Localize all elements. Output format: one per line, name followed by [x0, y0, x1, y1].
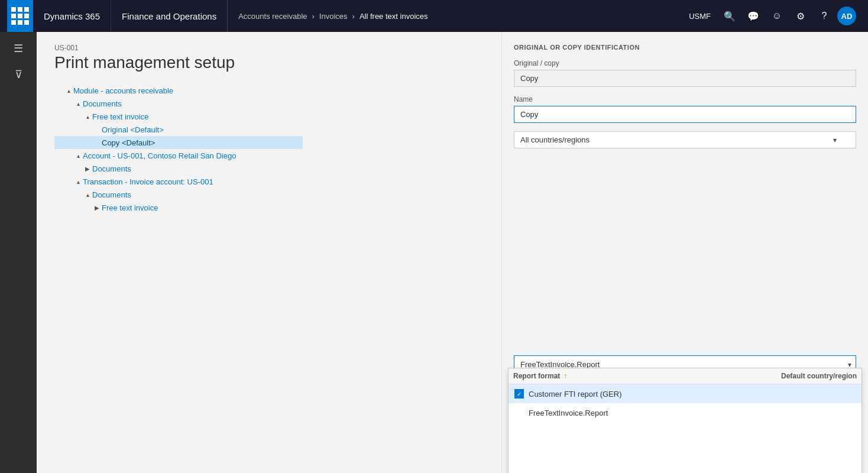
tree-label-docs2: Documents: [92, 164, 131, 173]
original-copy-input[interactable]: [514, 70, 856, 87]
tree-toggle-docs3: ▴: [83, 190, 92, 199]
name-label: Name: [514, 95, 856, 103]
sort-arrow-icon: ↑: [563, 372, 567, 380]
tree-label-account: Account - US-001, Contoso Retail San Die…: [83, 151, 236, 160]
apps-grid-icon: [11, 7, 29, 25]
content-area: US-001 Print management setup ▴ Module -…: [37, 32, 501, 473]
original-copy-label: Original / copy: [514, 59, 856, 67]
tree-toggle-original: [92, 125, 102, 134]
tree-toggle-docs1: ▴: [73, 99, 83, 108]
tree-label-module: Module - accounts receivable: [73, 86, 173, 95]
tree-label-original: Original <Default>: [102, 125, 164, 134]
countries-dropdown-arrow: ▾: [833, 136, 837, 144]
dropdown-popup: Report format ↑ Default country/region ✓…: [508, 368, 862, 473]
breadcrumb-invoices[interactable]: Invoices: [319, 12, 348, 21]
hamburger-menu-icon[interactable]: ☰: [7, 38, 30, 59]
dropdown-empty-space: [509, 422, 861, 473]
name-group: Name: [514, 95, 856, 123]
countries-dropdown-value: All countries/regions: [520, 135, 590, 144]
main-container: ☰ ⊽ US-001 Print management setup ▴ Modu…: [0, 32, 868, 473]
tree-label-docs1: Documents: [83, 99, 122, 108]
tree-container: ▴ Module - accounts receivable ▴ Documen…: [54, 84, 303, 214]
breadcrumb-current: All free text invoices: [359, 12, 428, 21]
app-name: Finance and Operations: [111, 0, 228, 32]
breadcrumb-sep-2: ›: [352, 12, 355, 21]
tree-toggle-docs2: ▶: [83, 164, 92, 173]
tree-item-fti[interactable]: ▴ Free text invoice: [54, 110, 303, 123]
chat-button[interactable]: 💬: [743, 5, 764, 27]
env-label: USMF: [683, 12, 717, 21]
tree-toggle-fti2: ▶: [92, 203, 102, 212]
tree-label-transaction: Transaction - Invoice account: US-001: [83, 177, 213, 186]
breadcrumb: Accounts receivable › Invoices › All fre…: [228, 12, 683, 21]
nav-right: USMF 🔍 💬 ☺ ⚙ ? AD: [683, 5, 861, 27]
dropdown-item-report-label: FreeTextInvoice.Report: [529, 409, 608, 417]
dropdown-item-ger[interactable]: ✓ Customer FTI report (GER): [509, 384, 861, 403]
smiley-button[interactable]: ☺: [766, 5, 788, 27]
report-format-header-row: Report format ↑ Default country/region: [509, 368, 861, 384]
tree-item-account[interactable]: ▴ Account - US-001, Contoso Retail San D…: [54, 149, 303, 162]
breadcrumb-sep-1: ›: [312, 12, 315, 21]
user-avatar[interactable]: AD: [837, 7, 856, 25]
original-copy-group: Original / copy: [514, 59, 856, 87]
search-button[interactable]: 🔍: [719, 5, 740, 27]
breadcrumb-accounts[interactable]: Accounts receivable: [238, 12, 307, 21]
left-sidebar: ☰ ⊽: [0, 32, 37, 473]
tree-toggle-account: ▴: [73, 151, 83, 160]
default-country-col-label: Default country/region: [781, 372, 857, 380]
right-panel: ORIGINAL OR COPY IDENTIFICATION Original…: [501, 32, 868, 473]
brand-section: Dynamics 365: [33, 0, 111, 32]
brand-text: Dynamics 365: [44, 11, 100, 21]
tree-toggle-fti: ▴: [83, 112, 92, 121]
tree-item-original[interactable]: Original <Default>: [54, 123, 303, 136]
filter-icon[interactable]: ⊽: [7, 64, 30, 85]
tree-item-docs1[interactable]: ▴ Documents: [54, 97, 303, 110]
tree-toggle-copy: [92, 138, 102, 147]
page-title: Print management setup: [54, 53, 484, 72]
section-title: ORIGINAL OR COPY IDENTIFICATION: [514, 44, 856, 51]
help-button[interactable]: ?: [814, 5, 835, 27]
tree-label-fti: Free text invoice: [92, 112, 148, 121]
checkbox-ger[interactable]: ✓: [514, 389, 524, 399]
name-input[interactable]: [514, 106, 856, 123]
tree-item-fti2[interactable]: ▶ Free text invoice: [54, 201, 303, 214]
tree-item-docs2[interactable]: ▶ Documents: [54, 162, 303, 175]
tree-item-module[interactable]: ▴ Module - accounts receivable: [54, 84, 303, 97]
report-format-section: All countries/regions ▾ Report format ↑ …: [514, 131, 856, 374]
dropdown-item-report[interactable]: FreeTextInvoice.Report: [509, 403, 861, 422]
tree-label-docs3: Documents: [92, 190, 131, 199]
page-subtitle: US-001: [54, 44, 484, 52]
tree-item-transaction[interactable]: ▴ Transaction - Invoice account: US-001: [54, 175, 303, 188]
tree-label-fti2: Free text invoice: [102, 203, 158, 212]
tree-item-copy[interactable]: Copy <Default>: [54, 136, 303, 149]
apps-button[interactable]: [7, 0, 33, 32]
settings-button[interactable]: ⚙: [790, 5, 811, 27]
report-format-col-label: Report format: [513, 372, 560, 380]
dropdown-item-ger-label: Customer FTI report (GER): [529, 390, 621, 399]
tree-item-docs3[interactable]: ▴ Documents: [54, 188, 303, 201]
tree-toggle-transaction: ▴: [73, 177, 83, 186]
tree-toggle-module: ▴: [64, 86, 73, 95]
tree-label-copy: Copy <Default>: [102, 138, 155, 147]
checkbox-report-empty: [514, 408, 524, 417]
countries-dropdown[interactable]: All countries/regions ▾: [514, 131, 856, 148]
top-nav: Dynamics 365 Finance and Operations Acco…: [0, 0, 868, 32]
